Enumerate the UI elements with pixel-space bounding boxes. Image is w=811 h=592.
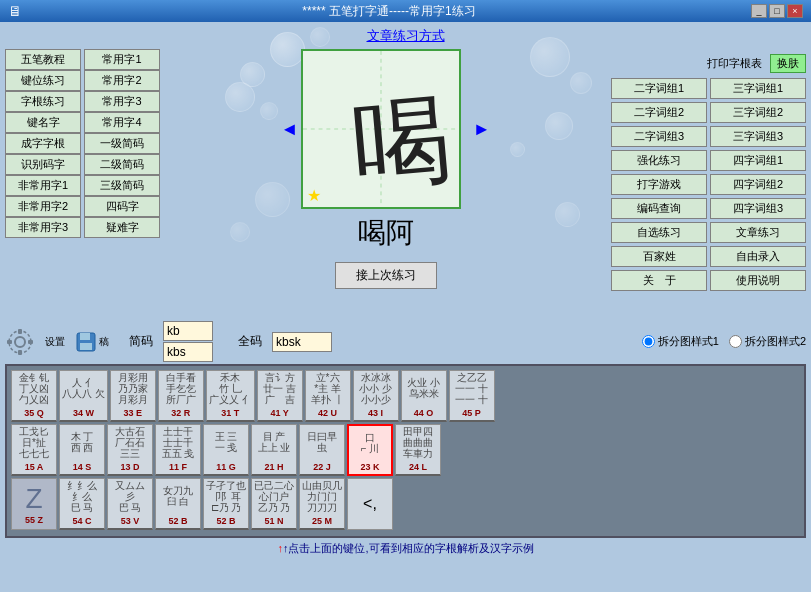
left-menu-btn[interactable]: 非常用字3	[5, 217, 81, 238]
right-menu-btn[interactable]: 二字词组3	[611, 126, 707, 147]
maximize-button[interactable]: □	[769, 4, 785, 18]
keyboard-row-1: 金钅钆丁乂凶勹乂凶35 Q人 亻八人八 欠34 W月彩用乃乃家月彩月33 E白手…	[11, 370, 800, 422]
right-menu-btn[interactable]: 使用说明	[710, 270, 806, 291]
right-menu-btn[interactable]: 打字游戏	[611, 174, 707, 195]
code-input-1[interactable]	[163, 321, 213, 341]
svg-rect-8	[7, 340, 12, 344]
key-31-T[interactable]: 禾木竹 乚广义乂 亻31 T	[206, 370, 255, 422]
svg-point-4	[15, 337, 25, 347]
left-menu-btn[interactable]: 五笔教程	[5, 49, 81, 70]
char-prev-button[interactable]: ◄	[281, 119, 299, 140]
key-23-K[interactable]: 口⌐ 川23 K	[347, 424, 393, 476]
key-43-I[interactable]: 水冰冰小小 少小小少43 I	[353, 370, 399, 422]
key-41-Y[interactable]: 言讠方廿一 吉广 吉41 Y	[257, 370, 303, 422]
settings-label: 设置	[45, 335, 65, 349]
keyboard-area: 金钅钆丁乂凶勹乂凶35 Q人 亻八人八 欠34 W月彩用乃乃家月彩月33 E白手…	[5, 364, 806, 538]
char-next-button[interactable]: ►	[473, 119, 491, 140]
left-menu-btn[interactable]: 成字字根	[5, 133, 81, 154]
key-32-R[interactable]: 白手看手乞乞所厂广32 R	[158, 370, 204, 422]
fullcode-input[interactable]	[272, 332, 332, 352]
left-menu-btn[interactable]: 键名字	[5, 112, 81, 133]
svg-rect-12	[80, 343, 92, 350]
key-22-J[interactable]: 日曰早虫22 J	[299, 424, 345, 476]
title-bar: 🖥 ***** 五笔打字通-----常用字1练习 _ □ ×	[0, 0, 811, 22]
svg-rect-7	[18, 350, 22, 355]
article-practice-link[interactable]: 文章练习方式	[367, 28, 445, 43]
keyboard-row-2: 工戈匕日*扯七七七15 A木 丁西 西14 S大古石厂石石三三13 D土士干士士…	[11, 424, 800, 476]
key-52-B[interactable]: 子孑了也卩阝耳⊏乃 乃52 B	[203, 478, 249, 530]
left-menu-btn[interactable]: 一级简码	[84, 133, 160, 154]
char-display-area: 喝 ★	[301, 49, 461, 209]
key-11-G[interactable]: 王 三一 戋11 G	[203, 424, 249, 476]
left-menu-btn[interactable]: 键位练习	[5, 70, 81, 91]
save-icon[interactable]: 稿	[75, 331, 109, 353]
close-button[interactable]: ×	[787, 4, 803, 18]
left-menu-btn[interactable]: 常用字4	[84, 112, 160, 133]
left-menu-row-6: 非常用字1三级简码	[5, 175, 160, 196]
code-input-2[interactable]	[163, 342, 213, 362]
left-menu-btn[interactable]: 四码字	[84, 196, 160, 217]
key-51-N[interactable]: 已己二心心门户乙乃 乃51 N	[251, 478, 297, 530]
key-21-H[interactable]: 目 产上上 业21 H	[251, 424, 297, 476]
bottom-tip: ↑↑点击上面的键位,可看到相应的字根解析及汉字示例	[5, 541, 806, 556]
key-45-P[interactable]: 之乙乙一一 十一一 十45 P	[449, 370, 495, 422]
center-panel: ◄ 喝 ★ ► 喝阿 接上次练习	[165, 49, 606, 319]
right-menu-btn[interactable]: 编码查询	[611, 198, 707, 219]
left-menu-btn[interactable]: 识别码字	[5, 154, 81, 175]
settings-icon[interactable]	[5, 327, 35, 357]
print-button[interactable]: 打印字根表	[707, 56, 762, 71]
key-34-W[interactable]: 人 亻八人八 欠34 W	[59, 370, 108, 422]
key-z[interactable]: Z55 Z	[11, 478, 57, 530]
right-menu-btn[interactable]: 文章练习	[710, 222, 806, 243]
right-menu-btn[interactable]: 关 于	[611, 270, 707, 291]
key-14-S[interactable]: 木 丁西 西14 S	[59, 424, 105, 476]
left-menu-btn[interactable]: 非常用字2	[5, 196, 81, 217]
right-menu-btn[interactable]: 二字词组1	[611, 78, 707, 99]
key-comma[interactable]: <,	[347, 478, 393, 530]
key-24-L[interactable]: 田甲四曲曲曲车車力24 L	[395, 424, 441, 476]
left-menu-btn[interactable]: 字根练习	[5, 91, 81, 112]
right-menu-btn[interactable]: 三字词组3	[710, 126, 806, 147]
left-menu-btn[interactable]: 常用字2	[84, 70, 160, 91]
key-11-F[interactable]: 土士干士士千五五 戋11 F	[155, 424, 201, 476]
left-menu-row-1: 键位练习常用字2	[5, 70, 160, 91]
left-menu-btn[interactable]: 常用字3	[84, 91, 160, 112]
key-44-O[interactable]: 火业 小鸟米米44 O	[401, 370, 447, 422]
radio-style1-input[interactable]	[642, 335, 655, 348]
left-menu-btn[interactable]: 非常用字1	[5, 175, 81, 196]
left-menu-btn[interactable]: 三级简码	[84, 175, 160, 196]
left-menu-row-5: 识别码字二级简码	[5, 154, 160, 175]
key-52-B[interactable]: 女刀九臼 白52 B	[155, 478, 201, 530]
key-54-C[interactable]: 纟纟么纟么巳 马54 C	[59, 478, 105, 530]
left-menu-btn[interactable]: 疑难字	[84, 217, 160, 238]
svg-rect-6	[18, 329, 22, 334]
exchange-button[interactable]: 换肤	[770, 54, 806, 73]
continue-button[interactable]: 接上次练习	[335, 262, 437, 289]
radio-style1[interactable]: 拆分图样式1	[642, 334, 719, 349]
right-menu-btn[interactable]: 四字词组3	[710, 198, 806, 219]
key-42-U[interactable]: 立*六*主 羊羊扑 〡42 U	[305, 370, 351, 422]
right-menu-btn[interactable]: 自由录入	[710, 246, 806, 267]
radio-style2-input[interactable]	[729, 335, 742, 348]
right-menu-btn[interactable]: 二字词组2	[611, 102, 707, 123]
key-25-M[interactable]: 山由贝几力门门刀刀刀25 M	[299, 478, 345, 530]
key-33-E[interactable]: 月彩用乃乃家月彩月33 E	[110, 370, 156, 422]
key-35-Q[interactable]: 金钅钆丁乂凶勹乂凶35 Q	[11, 370, 57, 422]
key-53-V[interactable]: 又ムム彡巴 马53 V	[107, 478, 153, 530]
main-content: 文章练习方式 ◄ 喝 ★	[0, 22, 811, 592]
fullcode-label: 全码	[238, 333, 262, 350]
key-15-A[interactable]: 工戈匕日*扯七七七15 A	[11, 424, 57, 476]
right-menu-btn[interactable]: 百家姓	[611, 246, 707, 267]
key-13-D[interactable]: 大古石厂石石三三13 D	[107, 424, 153, 476]
right-menu-btn[interactable]: 四字词组2	[710, 174, 806, 195]
right-menu-btn[interactable]: 三字词组1	[710, 78, 806, 99]
minimize-button[interactable]: _	[751, 4, 767, 18]
right-menu-btn[interactable]: 自选练习	[611, 222, 707, 243]
right-top-row: 打印字根表 换肤	[611, 54, 806, 73]
left-menu-btn[interactable]: 二级简码	[84, 154, 160, 175]
right-menu-btn[interactable]: 三字词组2	[710, 102, 806, 123]
radio-style2[interactable]: 拆分图样式2	[729, 334, 806, 349]
right-menu-btn[interactable]: 四字词组1	[710, 150, 806, 171]
left-menu-btn[interactable]: 常用字1	[84, 49, 160, 70]
right-menu-btn[interactable]: 强化练习	[611, 150, 707, 171]
